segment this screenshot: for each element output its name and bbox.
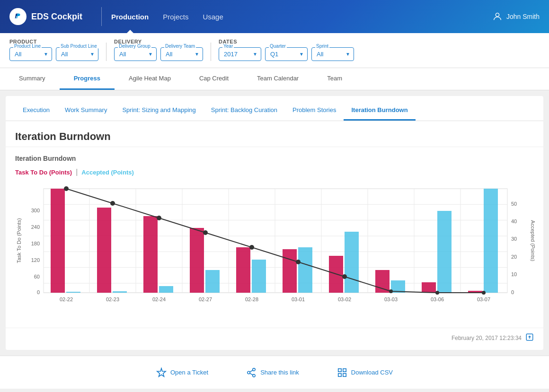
svg-rect-58: [298, 247, 312, 293]
open-ticket-label: Open a Ticket: [170, 369, 208, 376]
tab-progress[interactable]: Progress: [60, 68, 115, 90]
svg-rect-51: [422, 282, 436, 293]
svg-text:03-06: 03-06: [431, 296, 444, 302]
year-wrapper: Year 2017 ▼: [219, 47, 261, 61]
tab-agile-heat-map[interactable]: Agile Heat Map: [115, 68, 185, 90]
svg-rect-47: [236, 247, 250, 293]
tab-summary[interactable]: Summary: [5, 68, 60, 90]
filter-divider-2: [211, 43, 211, 61]
svg-point-65: [157, 216, 161, 220]
svg-rect-55: [159, 286, 173, 293]
app-title: EDS Cockpit: [31, 12, 82, 22]
product-line-wrapper: Product Line All ▼: [9, 47, 52, 61]
sub-product-select[interactable]: All: [56, 47, 98, 61]
chart-svg-wrapper: 0 60 120 180 240 300 Task To Do (Points)…: [15, 184, 534, 318]
svg-rect-60: [391, 280, 405, 293]
product-line-select[interactable]: All: [9, 47, 52, 61]
tab-team-calendar[interactable]: Team Calendar: [243, 68, 313, 90]
sub-tab-problem-stories[interactable]: Problem Stories: [285, 104, 344, 121]
sub-product-wrapper: Sub Product Line All ▼: [56, 47, 98, 61]
download-csv-button[interactable]: Download CSV: [337, 367, 393, 378]
sprint-label: Sprint: [315, 44, 329, 49]
svg-text:20: 20: [511, 254, 517, 260]
share-icon: [246, 367, 257, 378]
svg-text:180: 180: [31, 241, 40, 246]
svg-text:10: 10: [511, 271, 517, 277]
main-nav: Production Projects Usage: [111, 10, 492, 23]
delivery-team-label: Delivery Team: [164, 44, 196, 49]
main-tabs: Summary Progress Agile Heat Map Cap Cred…: [0, 68, 549, 90]
svg-rect-61: [437, 211, 452, 293]
svg-rect-48: [283, 249, 297, 293]
delivery-group-label: Delivery Group: [118, 44, 151, 49]
sub-tab-execution[interactable]: Execution: [15, 104, 57, 121]
svg-text:120: 120: [31, 257, 40, 263]
svg-point-76: [253, 368, 256, 371]
delivery-team-select[interactable]: All: [160, 47, 203, 61]
export-icon[interactable]: [525, 333, 534, 343]
tab-cap-credit[interactable]: Cap Credit: [185, 68, 243, 90]
user-name: John Smith: [506, 13, 540, 20]
tab-team[interactable]: Team: [313, 68, 356, 90]
svg-rect-62: [484, 189, 498, 293]
svg-text:02-24: 02-24: [152, 296, 166, 302]
svg-text:03-03: 03-03: [384, 296, 398, 302]
svg-text:03-02: 03-02: [338, 296, 351, 302]
svg-rect-43: [51, 189, 65, 293]
chart-title: Iteration Burndown: [15, 155, 534, 162]
svg-text:02-27: 02-27: [199, 296, 212, 302]
chart-footer: February 20, 2017 12:23:34: [6, 328, 543, 350]
svg-rect-44: [97, 208, 111, 293]
nav-production[interactable]: Production: [111, 10, 149, 23]
svg-text:0: 0: [511, 289, 514, 295]
nav-projects[interactable]: Projects: [163, 10, 188, 23]
chart-legend: Task To Do (Points) | Accepted (Points): [15, 168, 534, 176]
svg-line-80: [250, 370, 253, 372]
svg-point-69: [342, 274, 347, 279]
svg-rect-84: [343, 373, 346, 376]
svg-text:30: 30: [511, 236, 517, 242]
product-selects: Product Line All ▼ Sub Product Line All …: [9, 47, 98, 61]
sprint-select[interactable]: All: [311, 47, 354, 61]
burndown-svg: 0 60 120 180 240 300 Task To Do (Points)…: [15, 184, 536, 316]
paypal-icon: [9, 8, 27, 25]
svg-rect-59: [345, 232, 359, 293]
share-link-label: Share this link: [260, 369, 299, 376]
open-ticket-button[interactable]: Open a Ticket: [156, 367, 208, 378]
svg-point-71: [435, 291, 439, 295]
svg-point-63: [64, 186, 69, 191]
svg-text:03-01: 03-01: [292, 296, 305, 302]
filters-bar: Product Product Line All ▼ Sub Product L…: [0, 33, 549, 68]
nav-usage[interactable]: Usage: [203, 10, 223, 23]
sub-tab-work-summary[interactable]: Work Summary: [57, 104, 115, 121]
timestamp: February 20, 2017 12:23:34: [452, 335, 522, 341]
svg-text:60: 60: [34, 274, 40, 279]
quarter-select[interactable]: Q1: [265, 47, 308, 61]
svg-rect-50: [375, 270, 390, 293]
product-line-label: Product Line: [13, 44, 42, 49]
svg-text:240: 240: [31, 224, 40, 230]
svg-rect-83: [338, 373, 341, 376]
sub-tab-sprint-backlog[interactable]: Sprint: Backlog Curation: [204, 104, 285, 121]
svg-point-66: [203, 230, 208, 235]
quarter-wrapper: Quarter Q1 ▼: [265, 47, 308, 61]
svg-text:02-22: 02-22: [60, 296, 73, 302]
delivery-group-select[interactable]: All: [114, 47, 157, 61]
svg-rect-45: [143, 216, 158, 293]
sub-tabs: Execution Work Summary Sprint: Sizing an…: [6, 96, 543, 121]
svg-point-72: [482, 291, 486, 295]
dates-filter-group: Dates Year 2017 ▼ Quarter Q1 ▼ Sprint Al…: [219, 39, 354, 61]
svg-text:03-07: 03-07: [477, 296, 490, 302]
share-link-button[interactable]: Share this link: [246, 367, 299, 378]
svg-text:02-28: 02-28: [245, 296, 258, 302]
svg-point-67: [249, 245, 254, 250]
legend-separator: |: [76, 168, 78, 176]
delivery-group-wrapper: Delivery Group All ▼: [114, 47, 157, 61]
legend-task: Task To Do (Points): [15, 169, 72, 176]
svg-point-77: [248, 371, 250, 374]
sub-tab-sprint-sizing[interactable]: Sprint: Sizing and Mapping: [115, 104, 203, 121]
svg-rect-82: [343, 368, 346, 371]
sub-tab-iteration-burndown[interactable]: Iteration Burndown: [344, 104, 415, 121]
year-select[interactable]: 2017: [219, 47, 261, 61]
svg-rect-57: [252, 260, 266, 293]
